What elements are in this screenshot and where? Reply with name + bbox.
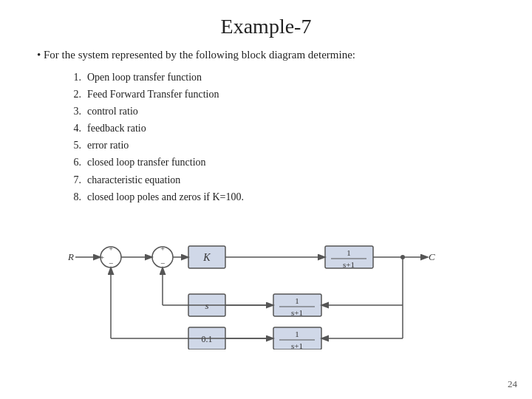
list-item: 4.feedback ratio: [66, 120, 502, 137]
list-num: 8.: [66, 188, 81, 205]
svg-text:−: −: [160, 259, 165, 267]
list-text: characteristic equation: [87, 171, 180, 188]
svg-text:+: +: [160, 244, 165, 253]
list-text: feedback ratio: [87, 120, 146, 137]
list-num: 3.: [66, 103, 81, 120]
list-item: 2.Feed Forward Transfer function: [66, 86, 502, 103]
list-text: control ratio: [87, 103, 138, 120]
list-text: closed loop transfer function: [87, 154, 206, 171]
list-num: 1.: [66, 69, 81, 86]
svg-text:s+1: s+1: [343, 260, 355, 269]
list-item: 5.error ratio: [66, 137, 502, 154]
svg-text:−: −: [109, 259, 113, 267]
list-item: 1.Open loop transfer function: [66, 69, 502, 86]
list-num: 2.: [66, 86, 81, 103]
list-text: error ratio: [87, 137, 129, 154]
svg-text:C: C: [429, 251, 435, 262]
svg-text:1: 1: [347, 248, 351, 257]
list-container: 1.Open loop transfer function2.Feed Forw…: [66, 69, 502, 205]
list-text: Feed Forward Transfer function: [87, 86, 219, 103]
list-text: closed loop poles and zeros if K=100.: [87, 188, 244, 205]
svg-text:K: K: [202, 252, 211, 263]
list-num: 7.: [66, 171, 81, 188]
list-item: 3.control ratio: [66, 103, 502, 120]
list-num: 4.: [66, 120, 81, 137]
intro-text: • For the system represented by the foll…: [37, 49, 502, 61]
slide-title: Example-7: [30, 15, 502, 38]
svg-text:s+1: s+1: [291, 341, 303, 349]
svg-text:s+1: s+1: [291, 308, 303, 317]
page-number: 24: [508, 378, 517, 390]
svg-text:1: 1: [295, 296, 299, 305]
svg-text:+: +: [109, 244, 113, 253]
list-item: 7.characteristic equation: [66, 171, 502, 188]
list-item: 8.closed loop poles and zeros if K=100.: [66, 188, 502, 205]
slide: Example-7 • For the system represented b…: [0, 0, 532, 399]
block-diagram-area: + − + R + − K 1 s+1: [30, 213, 502, 349]
svg-text:R: R: [67, 251, 74, 262]
svg-text:1: 1: [295, 330, 299, 338]
list-num: 6.: [66, 154, 81, 171]
svg-text:+: +: [100, 253, 104, 262]
list-text: Open loop transfer function: [87, 69, 202, 86]
svg-text:0.1: 0.1: [202, 334, 213, 344]
list-item: 6.closed loop transfer function: [66, 154, 502, 171]
list-num: 5.: [66, 137, 81, 154]
